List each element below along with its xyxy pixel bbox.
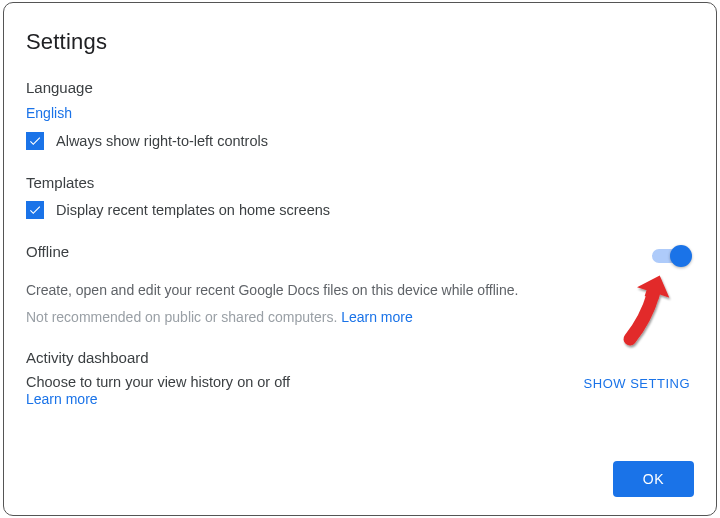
templates-checkbox-label: Display recent templates on home screens: [56, 202, 330, 218]
dialog-footer: OK: [613, 461, 694, 497]
toggle-knob: [670, 245, 692, 267]
language-section: Language English Always show right-to-le…: [26, 79, 694, 150]
activity-left: Choose to turn your view history on or o…: [26, 374, 290, 408]
offline-warning-row: Not recommended on public or shared comp…: [26, 309, 694, 325]
settings-dialog: Settings Language English Always show ri…: [3, 2, 717, 516]
ok-button[interactable]: OK: [613, 461, 694, 497]
rtl-checkbox-row: Always show right-to-left controls: [26, 132, 694, 150]
offline-description: Create, open and edit your recent Google…: [26, 280, 694, 301]
templates-checkbox-row: Display recent templates on home screens: [26, 201, 694, 219]
offline-header: Offline: [26, 243, 694, 268]
templates-section: Templates Display recent templates on ho…: [26, 174, 694, 219]
activity-row: Choose to turn your view history on or o…: [26, 374, 694, 408]
language-heading: Language: [26, 79, 694, 96]
templates-heading: Templates: [26, 174, 694, 191]
activity-learn-more-link[interactable]: Learn more: [26, 391, 98, 407]
check-icon: [28, 134, 42, 148]
offline-section: Offline Create, open and edit your recen…: [26, 243, 694, 325]
activity-description: Choose to turn your view history on or o…: [26, 374, 290, 390]
offline-warning: Not recommended on public or shared comp…: [26, 309, 341, 325]
offline-toggle[interactable]: [652, 249, 688, 263]
rtl-checkbox-label: Always show right-to-left controls: [56, 133, 268, 149]
check-icon: [28, 203, 42, 217]
offline-learn-more-link[interactable]: Learn more: [341, 309, 413, 325]
activity-section: Activity dashboard Choose to turn your v…: [26, 349, 694, 408]
templates-checkbox[interactable]: [26, 201, 44, 219]
offline-heading: Offline: [26, 243, 69, 260]
activity-heading: Activity dashboard: [26, 349, 694, 366]
show-setting-button[interactable]: SHOW SETTING: [584, 374, 694, 391]
rtl-checkbox[interactable]: [26, 132, 44, 150]
language-link[interactable]: English: [26, 105, 72, 121]
dialog-title: Settings: [26, 29, 694, 55]
